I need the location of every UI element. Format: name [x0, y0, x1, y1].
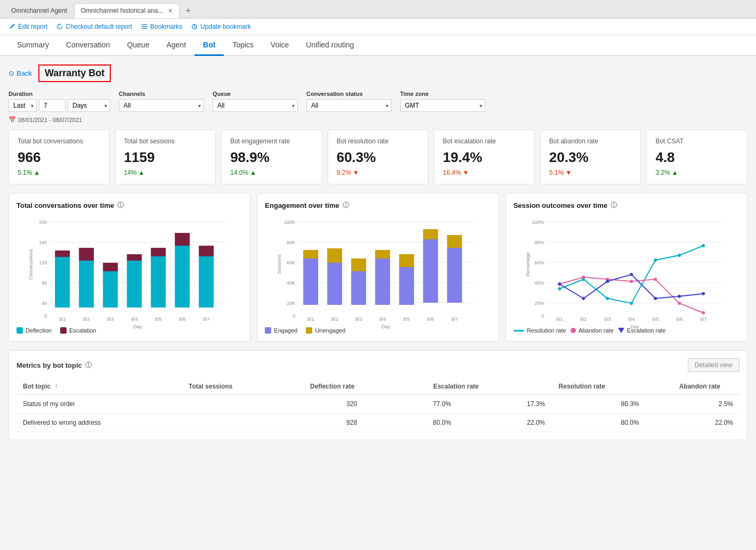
svg-rect-50 [303, 250, 318, 258]
col-bot-topic[interactable]: Bot topic ↑ [17, 378, 118, 395]
escalation-rate-legend: Escalation rate [618, 327, 666, 334]
svg-rect-15 [55, 257, 70, 308]
svg-point-91 [582, 276, 585, 279]
info-icon[interactable]: ⓘ [85, 361, 92, 370]
svg-point-85 [606, 297, 609, 300]
total-sessions-cell: 928 [292, 414, 363, 432]
svg-text:8/1: 8/1 [307, 317, 314, 322]
kpi-change: 14% ▲ [124, 169, 207, 176]
tab-queue[interactable]: Queue [118, 35, 158, 56]
tab-summary[interactable]: Summary [9, 35, 58, 56]
svg-rect-19 [103, 271, 118, 308]
escalation-color [618, 328, 624, 333]
charts-row: Total conversations over time ⓘ 200 160 … [9, 193, 747, 342]
svg-text:60%: 60% [534, 260, 544, 265]
edit-report-button[interactable]: Edit report [9, 23, 47, 30]
tab-conversation[interactable]: Conversation [58, 35, 119, 56]
close-icon[interactable]: ✕ [168, 7, 173, 14]
update-bookmark-button[interactable]: Update bookmark [191, 23, 251, 30]
svg-rect-56 [375, 250, 390, 258]
metrics-table-scroll[interactable]: Status of my order 320 77.0% 17.3% 80.3%… [17, 395, 739, 432]
svg-text:8/2: 8/2 [83, 317, 90, 322]
kpi-card-2: Bot engagement rate 98.9% 14.0% ▲ [221, 130, 322, 184]
info-icon[interactable]: ⓘ [611, 201, 617, 210]
kpi-label: Bot CSAT [655, 138, 738, 145]
back-button[interactable]: ⊙ Back [9, 69, 32, 77]
queue-filter: Queue All [213, 91, 298, 112]
duration-unit-select[interactable]: Days [68, 99, 110, 112]
col-deflection-rate: Deflection rate [239, 378, 361, 395]
deflection-legend: Deflection [17, 327, 52, 334]
queue-select[interactable]: All [213, 99, 298, 112]
queue-label: Queue [213, 91, 298, 97]
back-label: Back [17, 69, 32, 77]
svg-rect-17 [79, 261, 94, 308]
svg-text:200: 200 [39, 220, 47, 225]
svg-text:40%: 40% [534, 280, 544, 286]
sync-icon [191, 23, 198, 30]
tab-agent[interactable]: Agent [158, 35, 194, 56]
svg-rect-25 [175, 246, 190, 308]
engagement-chart-title: Engagement over time ⓘ [265, 201, 491, 210]
abandon-rate-cell: 2.5% [646, 395, 740, 414]
duration-value-input[interactable] [39, 99, 66, 112]
duration-label: Duration [9, 91, 110, 97]
scrollbar-spacer [727, 378, 739, 395]
trend-icon: ▲ [672, 169, 678, 176]
svg-text:Conversations: Conversations [28, 249, 34, 280]
tab-omnichannel-historical[interactable]: Omnichannel historical ana... ✕ [74, 3, 180, 18]
svg-text:Day: Day [630, 324, 639, 329]
kpi-change: 14.0% ▲ [230, 169, 313, 176]
tab-omnichannel-agent[interactable]: Omnichannel Agent [4, 3, 74, 18]
svg-text:8/2: 8/2 [331, 317, 338, 322]
channels-select[interactable]: All [119, 99, 204, 112]
kpi-value: 20.3% [549, 149, 632, 166]
kpi-card-1: Total bot sessions 1159 14% ▲ [115, 130, 216, 184]
tab-topics[interactable]: Topics [224, 35, 262, 56]
svg-rect-61 [447, 248, 462, 303]
svg-rect-23 [151, 256, 166, 308]
info-icon[interactable]: ⓘ [117, 201, 124, 210]
svg-text:8/6: 8/6 [427, 317, 434, 322]
svg-point-96 [702, 311, 705, 314]
table-header-row: Bot topic ↑ Total sessions Deflection ra… [17, 378, 739, 395]
timezone-select[interactable]: GMT [400, 99, 485, 112]
svg-rect-1 [142, 26, 148, 27]
svg-rect-54 [351, 258, 366, 271]
svg-rect-62 [447, 235, 462, 248]
svg-rect-28 [199, 246, 214, 256]
new-tab-button[interactable]: + [182, 4, 195, 18]
col-abandon-rate: Abandon rate [612, 378, 727, 395]
checkout-default-button[interactable]: Checkout default report [56, 23, 132, 30]
svg-text:8/4: 8/4 [131, 317, 138, 322]
trend-icon: ▼ [353, 169, 359, 176]
nav-tab-bar: Summary Conversation Queue Agent Bot Top… [0, 35, 756, 56]
refresh-icon [56, 23, 63, 30]
svg-point-89 [702, 244, 705, 247]
duration-type-select[interactable]: Last [9, 99, 37, 112]
svg-rect-16 [55, 250, 70, 257]
escalation-legend: Escalation [60, 327, 96, 334]
svg-text:80: 80 [42, 280, 47, 286]
bookmarks-button[interactable]: Bookmarks [141, 23, 182, 30]
tab-unified-routing[interactable]: Unified routing [297, 35, 362, 56]
tab-label: Omnichannel Agent [11, 7, 67, 14]
info-icon[interactable]: ⓘ [343, 201, 349, 210]
svg-rect-24 [151, 248, 166, 256]
tab-label: Omnichannel historical ana... [81, 7, 164, 14]
kpi-card-4: Bot escalation rate 19.4% 16.4% ▼ [434, 130, 535, 184]
svg-point-86 [630, 302, 633, 305]
svg-text:20%: 20% [534, 301, 544, 306]
svg-point-100 [630, 273, 633, 276]
table-row: Delivered to wrong address 928 80.0% 22.… [17, 414, 739, 432]
metrics-table-body: Status of my order 320 77.0% 17.3% 80.3%… [17, 395, 739, 432]
trend-icon: ▲ [250, 169, 256, 176]
tab-bot[interactable]: Bot [194, 35, 224, 56]
conversation-status-select[interactable]: All [306, 99, 392, 112]
svg-rect-57 [399, 267, 414, 305]
kpi-value: 4.8 [655, 149, 738, 166]
tab-voice[interactable]: Voice [262, 35, 297, 56]
page-title: Warranty Bot [38, 64, 111, 82]
detailed-view-button[interactable]: Detailed view [688, 358, 739, 372]
pencil-icon [9, 23, 16, 30]
